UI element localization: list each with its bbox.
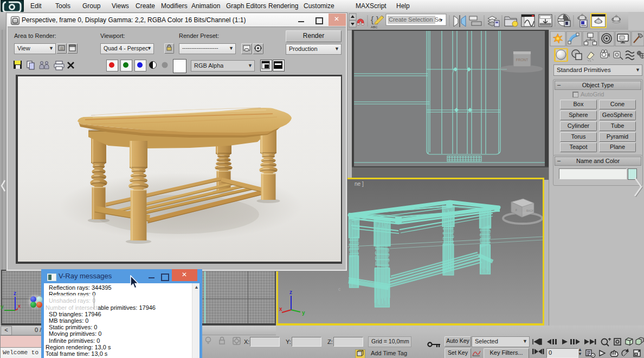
svg-text:z: z xyxy=(289,289,292,295)
svg-text:z: z xyxy=(14,290,16,296)
svg-text:x: x xyxy=(279,306,282,312)
svg-text:c: c xyxy=(338,287,341,292)
svg-text:y: y xyxy=(1,304,4,310)
svg-text:BACK: BACK xyxy=(526,209,534,212)
svg-text:y: y xyxy=(302,310,305,316)
svg-text:x: x xyxy=(18,303,21,309)
svg-text:FRONT: FRONT xyxy=(516,58,528,62)
svg-text:Create Selection Se: Create Selection Se xyxy=(389,16,442,23)
svg-text:ABC: ABC xyxy=(371,25,378,29)
svg-text:ne ]: ne ] xyxy=(355,181,364,187)
svg-text:F: F xyxy=(516,209,517,212)
svg-text:▼: ▼ xyxy=(439,18,443,23)
